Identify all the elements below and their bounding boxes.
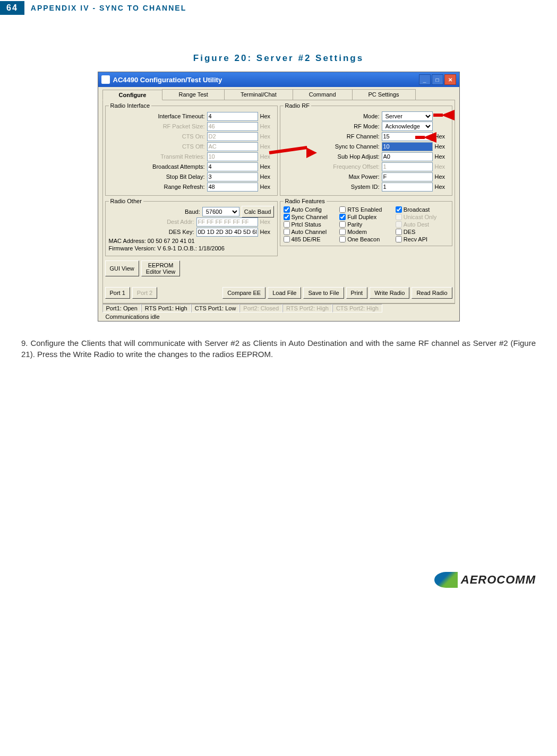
- suffix-iface_to: Hex: [260, 113, 274, 119]
- status-cts-port1: CTS Port1: Low: [191, 304, 240, 312]
- logo-swoosh-icon: [434, 572, 458, 588]
- label-freqo: Frequency Offset:: [321, 163, 380, 170]
- checkbox-input[interactable]: [339, 214, 346, 220]
- window-title: AC4490 Configuration/Test Utility: [113, 76, 222, 84]
- checkbox-input[interactable]: [396, 229, 402, 235]
- appendix-title: APPENDIX IV - SYNC TO CHANNEL: [31, 4, 186, 12]
- input-stop[interactable]: [207, 172, 258, 181]
- checkbox-input[interactable]: [339, 206, 346, 213]
- checkbox-des[interactable]: DES: [396, 229, 449, 235]
- suffix-ctsoff: Hex: [260, 143, 274, 150]
- checkbox-auto-config[interactable]: Auto Config: [284, 206, 337, 213]
- select-rfmode[interactable]: Acknowledge: [382, 121, 433, 131]
- save-to-file-button[interactable]: Save to File: [303, 287, 344, 299]
- dest-addr-input[interactable]: [196, 218, 258, 227]
- input-subhop[interactable]: [382, 152, 433, 161]
- tab-range-test[interactable]: Range Test: [162, 89, 224, 100]
- label-rfmode: RF Mode:: [321, 123, 380, 129]
- checkbox-label: Recv API: [404, 236, 427, 242]
- checkbox-input[interactable]: [284, 206, 290, 213]
- footer-logo-row: AEROCOMM: [0, 561, 557, 598]
- checkbox-input[interactable]: [284, 214, 290, 220]
- checkbox-input[interactable]: [339, 221, 346, 228]
- checkbox-input[interactable]: [284, 229, 290, 235]
- checkbox-broadcast[interactable]: Broadcast: [396, 206, 449, 213]
- checkbox-auto-channel[interactable]: Auto Channel: [284, 229, 337, 235]
- input-ctson: [207, 132, 258, 141]
- close-button[interactable]: ✕: [444, 74, 456, 85]
- checkbox-input[interactable]: [339, 236, 346, 242]
- checkbox-label: Full Duplex: [347, 214, 376, 220]
- status-port2: Port2: Closed: [239, 304, 282, 312]
- select-mode[interactable]: Server: [382, 111, 433, 121]
- tab-configure[interactable]: Configure: [102, 90, 163, 100]
- tab-terminal-chat[interactable]: Terminal/Chat: [224, 89, 293, 100]
- checkbox-input[interactable]: [396, 236, 402, 242]
- suffix-sysid: Hex: [435, 184, 449, 190]
- status-rts-port2: RTS Port2: High: [282, 304, 332, 312]
- radio-rf-legend: Radio RF: [284, 102, 311, 109]
- calc-baud-button[interactable]: Calc Baud: [242, 206, 274, 218]
- app-icon: [101, 75, 110, 84]
- radio-other-legend: Radio Other: [109, 198, 143, 204]
- suffix-pkt: Hex: [260, 123, 274, 129]
- checkbox-input[interactable]: [339, 229, 346, 235]
- checkbox-modem[interactable]: Modem: [339, 229, 392, 235]
- read-radio-button[interactable]: Read Radio: [412, 287, 452, 299]
- eeprom-editor-view-button[interactable]: EEPROM Editor View: [141, 260, 180, 276]
- checkbox-sync-channel[interactable]: Sync Channel: [284, 214, 337, 220]
- label-sysid: System ID:: [321, 184, 380, 190]
- input-iface_to[interactable]: [207, 112, 258, 121]
- checkbox-prtcl-status[interactable]: Prtcl Status: [284, 221, 337, 228]
- input-sync[interactable]: [382, 142, 433, 151]
- suffix-txret: Hex: [260, 153, 274, 160]
- input-bcast[interactable]: [207, 162, 258, 171]
- minimize-button[interactable]: _: [419, 74, 431, 85]
- input-rref[interactable]: [207, 183, 258, 192]
- maximize-button[interactable]: □: [432, 74, 443, 85]
- tab-pc-settings[interactable]: PC Settings: [352, 89, 416, 100]
- figure-caption: Figure 20: Server #2 Settings: [0, 53, 557, 64]
- suffix-sync: Hex: [435, 143, 449, 150]
- input-ctsoff: [207, 142, 258, 151]
- checkbox-485-de-re[interactable]: 485 DE/RE: [284, 236, 337, 242]
- checkbox-label: Unicast Only: [404, 214, 436, 220]
- checkbox-label: Auto Dest: [404, 221, 429, 228]
- checkbox-full-duplex[interactable]: Full Duplex: [339, 214, 392, 220]
- checkbox-input[interactable]: [284, 221, 290, 228]
- input-rfch[interactable]: [382, 132, 433, 141]
- tab-command[interactable]: Command: [293, 89, 353, 100]
- label-subhop: Sub Hop Adjust:: [321, 153, 380, 160]
- suffix-rref: Hex: [260, 184, 274, 190]
- input-txret: [207, 152, 258, 161]
- input-sysid[interactable]: [382, 183, 433, 192]
- status-rts-port1: RTS Port1: High: [141, 304, 191, 312]
- suffix-subhop: Hex: [435, 153, 449, 160]
- checkbox-recv-api[interactable]: Recv API: [396, 236, 449, 242]
- des-key-label: DES Key:: [136, 229, 194, 235]
- checkbox-label: Modem: [347, 229, 367, 235]
- suffix-stop: Hex: [260, 173, 274, 180]
- port1-button[interactable]: Port 1: [105, 287, 130, 299]
- label-ctson: CTS On:: [147, 133, 205, 140]
- label-rref: Range Refresh:: [147, 184, 205, 190]
- load-file-button[interactable]: Load File: [268, 287, 301, 299]
- checkbox-parity[interactable]: Parity: [339, 221, 392, 228]
- label-rfch: RF Channel:: [321, 133, 380, 140]
- checkbox-label: Broadcast: [404, 206, 430, 213]
- input-maxp[interactable]: [382, 172, 433, 181]
- checkbox-rts-enabled[interactable]: RTS Enabled: [339, 206, 392, 213]
- compare-ee-button[interactable]: Compare EE: [222, 287, 265, 299]
- titlebar: AC4490 Configuration/Test Utility _ □ ✕: [98, 72, 459, 87]
- checkbox-input[interactable]: [396, 206, 402, 213]
- gui-view-button[interactable]: GUI View: [105, 260, 139, 276]
- status-port1: Port1: Open: [102, 304, 141, 312]
- des-key-input[interactable]: [196, 228, 258, 237]
- suffix-ctson: Hex: [260, 133, 274, 140]
- print-button[interactable]: Print: [346, 287, 368, 299]
- checkbox-input[interactable]: [284, 236, 290, 242]
- label-sync: Sync to Channel:: [321, 143, 380, 150]
- checkbox-one-beacon[interactable]: One Beacon: [339, 236, 392, 242]
- write-radio-button[interactable]: Write Radio: [370, 287, 409, 299]
- baud-select[interactable]: 57600: [202, 207, 239, 216]
